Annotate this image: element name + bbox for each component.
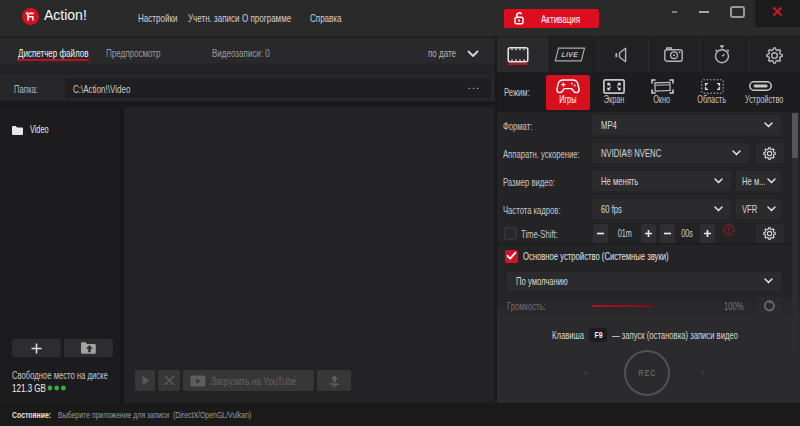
svg-text:LIVE: LIVE (561, 51, 579, 58)
